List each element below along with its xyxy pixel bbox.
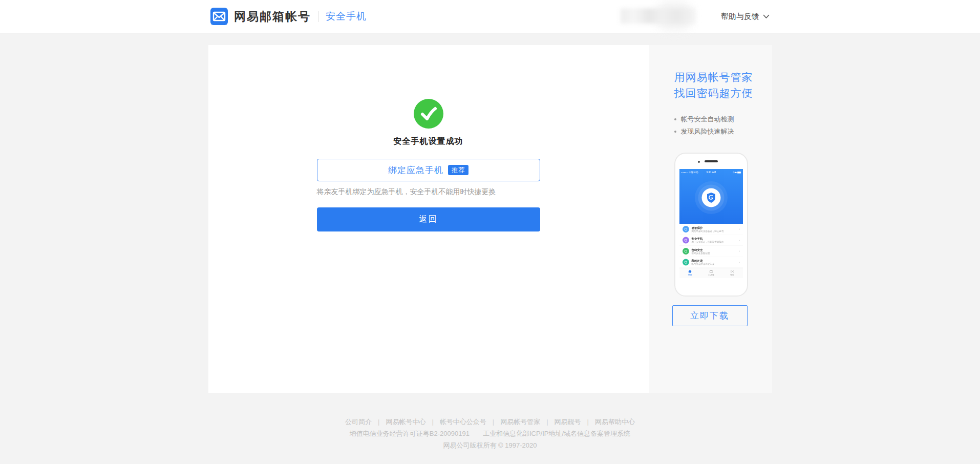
footprint-icon — [683, 259, 689, 266]
app-row-password-safety: 密码安全 密码安全系数检测 › — [679, 246, 743, 257]
footer-link-help-center[interactable]: 网易帮助中心 — [595, 418, 635, 426]
promo-bullet-text: 帐号安全自动检测 — [681, 113, 734, 125]
row-subtitle: 帐号全端登录历史记录 — [691, 263, 714, 266]
main-card: 安全手机设置成功 绑定应急手机 推荐 将亲友手机绑定为应急手机，安全手机不能用时… — [208, 45, 649, 393]
promo-sidebar: 用网易帐号管家 找回密码超方便 帐号安全自动检测 发现风险快速解决 — [649, 45, 772, 393]
bullet-dot-icon — [674, 131, 676, 133]
row-title: 我的足迹 — [691, 259, 714, 263]
tab-label: 首页 — [688, 273, 692, 277]
promo-bullet: 帐号安全自动检测 — [674, 113, 772, 125]
app-phone-mockup: 中国移动 9:41 AM — [674, 153, 748, 297]
row-subtitle: 用于安全验证，密码设置等操作 — [691, 241, 723, 244]
success-title: 安全手机设置成功 — [394, 136, 463, 147]
tab-home: 首页 — [679, 268, 700, 279]
chevron-down-icon — [763, 14, 770, 19]
footer-copyright-row: 网易公司版权所有 © 1997-2020 — [0, 440, 980, 451]
page-footer: 公司简介|网易帐号中心|帐号中心公众号|网易帐号管家|网易靓号|网易帮助中心 增… — [0, 416, 980, 451]
footer-copyright: 网易公司版权所有 © 1997-2020 — [443, 441, 537, 449]
page-title: 安全手机 — [326, 10, 367, 23]
brand-divider — [318, 11, 318, 22]
clock-label: 9:41 AM — [679, 171, 743, 174]
back-button[interactable]: 返回 — [317, 207, 540, 231]
row-title: 密码安全 — [691, 248, 710, 251]
help-icon — [730, 270, 734, 273]
footer-license-row: 增值电信业务经营许可证粤B2-20090191工业和信息化部ICP/IP地址/域… — [0, 428, 980, 439]
login-protect-icon — [683, 226, 689, 233]
tab-toolbox: 工具箱 — [700, 268, 721, 279]
download-now-button[interactable]: 立即下载 — [672, 305, 748, 326]
success-check-icon — [414, 99, 443, 129]
toolbox-icon — [709, 270, 713, 273]
logo-ring — [695, 181, 728, 214]
bind-emergency-phone-button[interactable]: 绑定应急手机 推荐 — [317, 159, 540, 181]
promo-headline-line1: 用网易帐号管家 — [674, 69, 772, 85]
footer-separator: | — [378, 418, 379, 426]
brand-group: 网易邮箱帐号 安全手机 — [210, 8, 367, 25]
brand-title: 网易邮箱帐号 — [234, 9, 311, 25]
row-subtitle: 网页登录时身份验证，防止盗号 — [691, 229, 723, 233]
shield-g-icon — [701, 188, 720, 207]
promo-headline: 用网易帐号管家 找回密码超方便 — [674, 69, 772, 101]
app-feature-list: 登录保护 网页登录时身份验证，防止盗号 › 安全手机 用于安全验证，密码设置等操… — [679, 224, 743, 268]
footer-link-premium-number[interactable]: 网易靓号 — [555, 418, 581, 426]
secure-phone-icon — [683, 237, 689, 244]
app-row-login-protect: 登录保护 网页登录时身份验证，防止盗号 › — [679, 224, 743, 235]
phone-screen: 中国移动 9:41 AM — [679, 169, 743, 280]
top-header: 网易邮箱帐号 安全手机 帮助与反馈 — [0, 0, 980, 33]
row-title: 安全手机 — [691, 237, 723, 241]
footer-links-row: 公司简介|网易帐号中心|帐号中心公众号|网易帐号管家|网易靓号|网易帮助中心 — [0, 416, 980, 427]
netease-mail-logo-icon — [210, 8, 228, 25]
row-subtitle: 密码安全系数检测 — [691, 251, 710, 255]
row-title: 登录保护 — [691, 226, 723, 229]
promo-bullet-text: 发现风险快速解决 — [681, 125, 734, 138]
phone-speaker-icon — [705, 160, 718, 162]
footer-separator: | — [432, 418, 433, 426]
tab-label: 工具箱 — [708, 273, 714, 277]
footer-icp-link[interactable]: 工业和信息化部ICP/IP地址/域名信息备案管理系统 — [483, 430, 630, 437]
bind-emergency-phone-desc: 将亲友手机绑定为应急手机，安全手机不能用时快捷更换 — [317, 187, 540, 197]
help-feedback-label: 帮助与反馈 — [721, 12, 759, 22]
promo-bullets: 帐号安全自动检测 发现风险快速解决 — [674, 113, 772, 138]
footer-link-account-manager[interactable]: 网易帐号管家 — [500, 418, 540, 426]
app-row-footprint: 我的足迹 帐号全端登录历史记录 › — [679, 257, 743, 268]
blurred-account-info[interactable] — [611, 5, 697, 28]
footer-link-company-intro[interactable]: 公司简介 — [345, 418, 372, 426]
footer-separator: | — [587, 418, 589, 426]
recommend-badge: 推荐 — [448, 165, 468, 175]
phone-status-bar: 中国移动 9:41 AM — [679, 169, 743, 176]
footer-link-account-center[interactable]: 网易帐号中心 — [386, 418, 425, 426]
blur-blob — [621, 8, 695, 24]
password-safety-icon — [683, 248, 689, 255]
app-header: 中国移动 9:41 AM — [679, 169, 743, 224]
footer-license: 增值电信业务经营许可证粤B2-20090191 — [350, 430, 470, 437]
footer-separator: | — [546, 418, 548, 426]
app-row-secure-phone: 安全手机 用于安全验证，密码设置等操作 › — [679, 235, 743, 246]
help-feedback-menu[interactable]: 帮助与反馈 — [721, 12, 770, 22]
chevron-right-icon: › — [738, 238, 739, 242]
app-tab-bar: 首页 工具箱 帮助 — [679, 268, 743, 278]
promo-headline-line2: 找回密码超方便 — [674, 85, 772, 101]
bind-emergency-phone-label: 绑定应急手机 — [388, 164, 443, 176]
promo-bullet: 发现风险快速解决 — [674, 125, 772, 138]
footer-link-official-account[interactable]: 帐号中心公众号 — [440, 418, 486, 426]
phone-camera-icon — [698, 161, 700, 163]
footer-separator: | — [493, 418, 494, 426]
chevron-right-icon: › — [738, 227, 739, 231]
chevron-right-icon: › — [738, 249, 739, 254]
chevron-right-icon: › — [738, 260, 739, 264]
tab-label: 帮助 — [730, 273, 734, 277]
tab-help: 帮助 — [721, 268, 742, 279]
home-icon — [688, 270, 692, 273]
bullet-dot-icon — [674, 118, 676, 120]
